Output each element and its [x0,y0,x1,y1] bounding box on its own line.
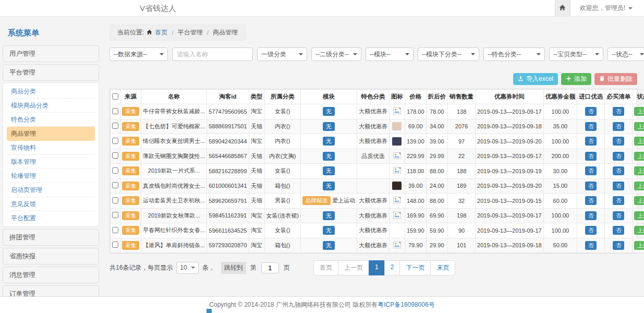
filter-select-item-type[interactable]: --宝贝类型-- [549,47,603,61]
sidebar-item-6[interactable]: 轮播管理 [7,169,95,183]
select-all-checkbox[interactable] [112,93,118,100]
filter-select-category-l2[interactable]: --二级分类-- [311,47,361,61]
sidebar-group-platform[interactable]: 平台管理 [3,64,99,81]
row-checkbox[interactable] [112,197,118,203]
row-checkbox[interactable] [112,242,118,248]
imported-badge[interactable]: 否 [585,226,597,235]
sidebar-item-5[interactable]: 版本管理 [7,155,95,169]
imported-badge[interactable]: 否 [585,241,597,250]
page-button-末页[interactable]: 末页 [430,260,455,275]
import-icon [518,76,524,83]
sidebar-group-message[interactable]: 消息管理 [3,267,99,283]
home-button[interactable] [555,0,570,16]
user-menu[interactable]: 欢迎您，管理员! [570,0,644,16]
must-buy-badge[interactable]: 否 [613,122,625,131]
must-buy-badge[interactable]: 否 [613,107,625,116]
row-checkbox[interactable] [112,227,118,233]
imported-badge[interactable]: 否 [585,152,597,161]
imported-badge[interactable]: 否 [585,196,597,205]
import-excel-button[interactable]: 导入excel [513,73,558,85]
status-badge[interactable]: 上架 [634,241,644,250]
cell-icon [389,149,405,164]
status-badge[interactable]: 上架 [634,152,644,161]
sidebar-group-user[interactable]: 用户管理 [3,45,99,62]
must-buy-badge[interactable]: 否 [613,211,625,220]
page-button-首页[interactable]: 首页 [313,260,338,275]
filter-select-module-sub[interactable]: --模块下分类-- [418,47,479,61]
sidebar-item-4[interactable]: 宣传物料 [7,141,95,155]
page-jump-input[interactable] [261,262,279,273]
filter-select-status[interactable]: --状态-- [607,47,644,61]
row-checkbox[interactable] [112,138,118,144]
sidebar-item-1[interactable]: 模块商品分类 [7,99,95,113]
row-checkbox[interactable] [112,167,118,174]
jump-button[interactable]: 跳转到 [221,262,246,274]
must-buy-badge[interactable]: 否 [613,226,625,235]
cell-sales: 101 [448,238,476,253]
imported-badge[interactable]: 否 [585,182,597,190]
must-buy-badge[interactable]: 否 [613,166,625,175]
cell-name: 薄款无钢圈文胸聚拢性... [141,149,207,164]
module-badge: 无 [323,166,335,175]
cell-discount-price: 88.00 [426,164,448,179]
products-table-wrap: 来源名称淘客id类型所属分类模块特色分类图标价格折后价销售数量优惠券时间优惠券金… [110,89,637,254]
icp-link[interactable]: 粤ICP备16098006号 [378,300,434,309]
sidebar-group-express[interactable]: 省惠快报 [3,248,99,264]
sidebar-group-groupon[interactable]: 拼团管理 [3,229,99,246]
status-badge[interactable]: 上架 [634,107,644,116]
filter-select-data-source[interactable]: --数据来源-- [110,47,168,61]
sidebar-item-0[interactable]: 商品分类 [7,85,95,99]
chevron-down-icon [299,53,303,57]
sidebar-item-9[interactable]: 平台配置 [7,211,95,225]
broken-image-icon [393,243,401,249]
must-buy-badge[interactable]: 否 [613,182,625,190]
status-badge[interactable]: 上架 [634,137,644,146]
page-button-下一页[interactable]: 下一页 [399,260,431,275]
breadcrumb-item-0[interactable]: 首页 [155,28,167,37]
page-button-上一页[interactable]: 上一页 [338,260,369,275]
filter-input-name[interactable] [172,47,253,61]
page-button-2[interactable]: 2 [384,260,400,275]
row-checkbox[interactable] [112,152,118,159]
plus-icon [566,76,572,83]
imported-badge[interactable]: 否 [585,166,597,175]
imported-badge[interactable]: 否 [585,107,597,116]
row-checkbox[interactable] [112,212,118,218]
status-badge[interactable]: 上架 [634,226,644,235]
batch-delete-button[interactable]: 批量删除 [594,73,637,85]
must-buy-badge[interactable]: 否 [613,137,625,146]
cell-coupon-time: 2019-09-13—2019-09-18 [476,119,544,134]
product-thumbnail [392,182,402,190]
source-badge: 采集 [122,152,139,161]
filter-select-module[interactable]: --模块-- [366,47,414,61]
filter-select-feature[interactable]: --特色分类-- [483,47,545,61]
per-page-select[interactable]: 10 [176,262,198,274]
must-buy-badge[interactable]: 否 [613,152,625,161]
sidebar-item-8[interactable]: 意见反馈 [7,197,95,211]
row-checkbox[interactable] [112,108,118,114]
add-button[interactable]: 添加 [561,73,591,85]
sidebar-item-2[interactable]: 特色分类 [7,113,95,127]
imported-badge[interactable]: 否 [585,137,597,146]
status-badge[interactable]: 上架 [634,182,644,190]
sidebar-item-3[interactable]: 商品管理 [7,127,95,141]
page-button-1[interactable]: 1 [369,260,385,275]
status-badge[interactable]: 上架 [634,211,644,220]
filter-select-category-l1[interactable]: 一级分类 [257,47,307,61]
cell-type: 天猫 [249,178,264,194]
must-buy-badge[interactable]: 否 [613,196,625,205]
imported-badge[interactable]: 否 [585,122,597,131]
status-badge[interactable]: 上架 [634,196,644,205]
sidebar-title: 系统菜单 [3,25,99,45]
must-buy-badge[interactable]: 否 [613,241,625,250]
status-badge[interactable]: 上架 [634,166,644,175]
cell-taoke-id: 601000601341 [207,178,249,194]
status-badge[interactable]: 上架 [634,122,644,131]
chevron-down-icon [537,53,541,57]
row-checkbox[interactable] [112,123,118,129]
column-header-8: 价格 [405,90,426,104]
sidebar-item-7[interactable]: 启动页管理 [7,183,95,197]
row-checkbox[interactable] [112,182,118,188]
cell-feature [357,178,389,194]
imported-badge[interactable]: 否 [585,211,597,220]
